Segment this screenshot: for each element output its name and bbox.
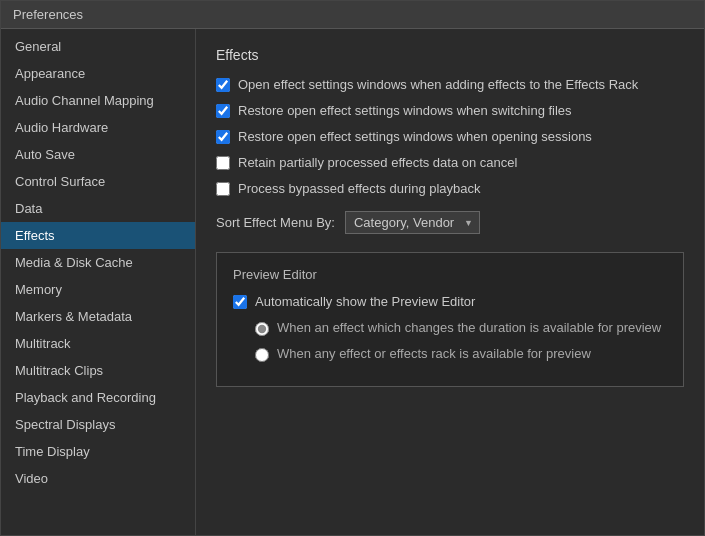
checkboxes-container: Open effect settings windows when adding… xyxy=(216,77,684,197)
sidebar-item-audio-hardware[interactable]: Audio Hardware xyxy=(1,114,195,141)
sidebar-item-spectral-displays[interactable]: Spectral Displays xyxy=(1,411,195,438)
radio-any[interactable] xyxy=(255,348,269,362)
checkbox-row-retain-partially: Retain partially processed effects data … xyxy=(216,155,684,172)
sidebar-item-memory[interactable]: Memory xyxy=(1,276,195,303)
sidebar-item-markers-metadata[interactable]: Markers & Metadata xyxy=(1,303,195,330)
radio-duration[interactable] xyxy=(255,322,269,336)
checkbox-label-open-effect-settings: Open effect settings windows when adding… xyxy=(238,77,638,94)
checkbox-process-bypassed[interactable] xyxy=(216,182,230,196)
preview-editor-title: Preview Editor xyxy=(233,267,667,282)
sidebar-item-multitrack[interactable]: Multitrack xyxy=(1,330,195,357)
radio-container: When an effect which changes the duratio… xyxy=(233,320,667,363)
sort-label: Sort Effect Menu By: xyxy=(216,215,335,230)
titlebar: Preferences xyxy=(1,1,704,29)
auto-show-checkbox[interactable] xyxy=(233,295,247,309)
sidebar-item-general[interactable]: General xyxy=(1,33,195,60)
sidebar-item-data[interactable]: Data xyxy=(1,195,195,222)
sidebar-item-auto-save[interactable]: Auto Save xyxy=(1,141,195,168)
radio-row-radio-any: When any effect or effects rack is avail… xyxy=(255,346,667,363)
radio-row-radio-duration: When an effect which changes the duratio… xyxy=(255,320,667,337)
preview-editor-box: Preview Editor Automatically show the Pr… xyxy=(216,252,684,387)
preferences-window: Preferences GeneralAppearanceAudio Chann… xyxy=(0,0,705,536)
checkbox-row-restore-effect-opening: Restore open effect settings windows whe… xyxy=(216,129,684,146)
checkbox-restore-effect-switching[interactable] xyxy=(216,104,230,118)
sort-select[interactable]: Category, VendorVendor, CategoryName xyxy=(345,211,480,234)
sidebar-item-audio-channel-mapping[interactable]: Audio Channel Mapping xyxy=(1,87,195,114)
checkbox-row-open-effect-settings: Open effect settings windows when adding… xyxy=(216,77,684,94)
sidebar-item-appearance[interactable]: Appearance xyxy=(1,60,195,87)
window-title: Preferences xyxy=(13,7,83,22)
checkbox-label-retain-partially: Retain partially processed effects data … xyxy=(238,155,517,172)
sort-select-wrapper[interactable]: Category, VendorVendor, CategoryName xyxy=(345,211,480,234)
content-area: GeneralAppearanceAudio Channel MappingAu… xyxy=(1,29,704,535)
sidebar-item-control-surface[interactable]: Control Surface xyxy=(1,168,195,195)
auto-show-label: Automatically show the Preview Editor xyxy=(255,294,475,311)
checkbox-label-process-bypassed: Process bypassed effects during playback xyxy=(238,181,481,198)
sidebar-item-time-display[interactable]: Time Display xyxy=(1,438,195,465)
radio-label-radio-duration: When an effect which changes the duratio… xyxy=(277,320,661,337)
sort-row: Sort Effect Menu By: Category, VendorVen… xyxy=(216,211,684,234)
sidebar-item-playback-recording[interactable]: Playback and Recording xyxy=(1,384,195,411)
sidebar-item-media-disk-cache[interactable]: Media & Disk Cache xyxy=(1,249,195,276)
checkbox-label-restore-effect-opening: Restore open effect settings windows whe… xyxy=(238,129,592,146)
checkbox-row-restore-effect-switching: Restore open effect settings windows whe… xyxy=(216,103,684,120)
sidebar-item-multitrack-clips[interactable]: Multitrack Clips xyxy=(1,357,195,384)
section-title: Effects xyxy=(216,47,684,63)
main-panel: Effects Open effect settings windows whe… xyxy=(196,29,704,535)
checkbox-row-process-bypassed: Process bypassed effects during playback xyxy=(216,181,684,198)
checkbox-restore-effect-opening[interactable] xyxy=(216,130,230,144)
sidebar-item-video[interactable]: Video xyxy=(1,465,195,492)
sidebar: GeneralAppearanceAudio Channel MappingAu… xyxy=(1,29,196,535)
checkbox-label-restore-effect-switching: Restore open effect settings windows whe… xyxy=(238,103,572,120)
auto-show-checkbox-row: Automatically show the Preview Editor xyxy=(233,294,667,311)
sidebar-item-effects[interactable]: Effects xyxy=(1,222,195,249)
checkbox-open-effect-settings[interactable] xyxy=(216,78,230,92)
checkbox-retain-partially[interactable] xyxy=(216,156,230,170)
radio-label-radio-any: When any effect or effects rack is avail… xyxy=(277,346,591,363)
